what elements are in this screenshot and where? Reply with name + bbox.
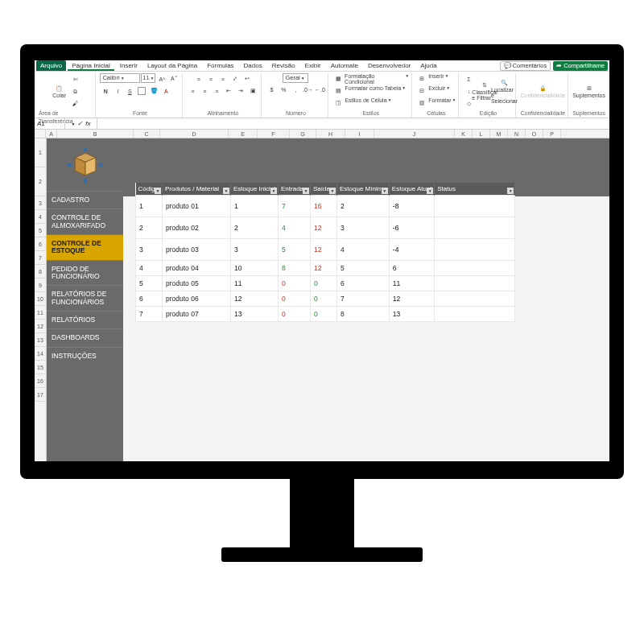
cell[interactable]: 12 (231, 291, 279, 307)
number-format-select[interactable]: Geral▼ (283, 73, 308, 83)
align-top-button[interactable]: ≡ (193, 73, 204, 85)
cell[interactable]: 7 (337, 291, 390, 307)
underline-button[interactable]: S (124, 85, 135, 97)
italic-button[interactable]: I (112, 85, 123, 97)
confidentiality-button[interactable]: 🔒Confidencialidade (534, 82, 551, 101)
cell[interactable]: -6 (389, 217, 434, 239)
table-row[interactable]: 2produto 0224123-6Necessidade de Reposiç… (136, 217, 515, 239)
cell[interactable]: 5 (136, 276, 163, 291)
font-color-button[interactable]: A (160, 85, 171, 97)
cell[interactable]: 2 (231, 217, 279, 239)
nav-item-1[interactable]: CONTROLE DE ALMOXARIFADO (47, 208, 123, 234)
filter-icon[interactable]: ▼ (223, 188, 229, 194)
row-4[interactable]: 4 (35, 210, 46, 224)
tab-review[interactable]: Revisão (268, 60, 299, 71)
status-cell[interactable]: Necessidade de Reposição (435, 239, 515, 261)
col-header-4[interactable]: Saídas▼ (311, 183, 337, 196)
row-7[interactable]: 7 (35, 251, 46, 265)
cell[interactable]: 4 (337, 239, 390, 261)
filter-icon[interactable]: ▼ (155, 188, 161, 194)
cell[interactable]: 12 (311, 261, 337, 276)
filter-icon[interactable]: ▼ (270, 188, 277, 194)
paste-button[interactable]: 📋Colar (51, 82, 68, 101)
cell[interactable]: produto 05 (163, 276, 231, 291)
col-F[interactable]: F (258, 130, 290, 138)
col-L[interactable]: L (473, 130, 490, 138)
tab-formulas[interactable]: Fórmulas (203, 60, 237, 71)
tab-layout[interactable]: Layout da Página (143, 60, 201, 71)
find-select-button[interactable]: 🔍Localizar e Selecionar (495, 82, 513, 101)
increase-font-button[interactable]: A^ (156, 73, 167, 85)
cell[interactable]: 8 (337, 307, 390, 322)
row-2[interactable]: 2 (35, 167, 46, 196)
table-row[interactable]: 3produto 0335124-4Necessidade de Reposiç… (136, 239, 515, 261)
delete-cells-button[interactable]: ⊟Excluir▼ (416, 85, 450, 97)
col-I[interactable]: I (345, 130, 374, 138)
cell[interactable]: 0 (279, 291, 311, 307)
cell[interactable]: produto 07 (163, 307, 231, 322)
table-row[interactable]: 6produto 061200712Estoque confortável (136, 291, 515, 307)
tab-help[interactable]: Ajuda (416, 60, 440, 71)
bold-button[interactable]: N (100, 85, 111, 97)
nav-item-7[interactable]: INSTRUÇÕES (47, 347, 123, 365)
col-G[interactable]: G (290, 130, 316, 138)
cell[interactable]: -4 (389, 239, 434, 261)
col-header-3[interactable]: Entradas▼ (279, 183, 311, 196)
col-O[interactable]: O (526, 130, 543, 138)
col-A[interactable]: A (46, 130, 57, 138)
col-E[interactable]: E (229, 130, 258, 138)
currency-button[interactable]: $ (266, 84, 277, 95)
cell[interactable]: produto 04 (163, 261, 231, 276)
tab-developer[interactable]: Desenvolvedor (364, 60, 415, 71)
cell[interactable]: 5 (337, 261, 390, 276)
fill-color-button[interactable]: 🪣 (148, 85, 159, 97)
merge-button[interactable]: ▣ (247, 85, 258, 97)
cell[interactable]: 0 (311, 276, 337, 291)
cell[interactable]: 7 (279, 196, 311, 217)
status-cell[interactable]: Estoque confortável (435, 307, 515, 322)
table-row[interactable]: 4produto 041081256Estoque confortável (136, 261, 515, 276)
row-8[interactable]: 8 (35, 265, 46, 279)
cut-button[interactable]: ✄ (70, 74, 81, 85)
status-cell[interactable]: Necessidade de Reposição (435, 196, 515, 217)
nav-item-5[interactable]: RELATÓRIOS (47, 311, 123, 328)
row-3[interactable]: 3 (35, 196, 46, 210)
col-P[interactable]: P (543, 130, 561, 138)
nav-item-4[interactable]: RELATÓRIOS DE FUNCIONÁRIOS (47, 285, 123, 311)
wrap-text-button[interactable]: ↩ (242, 73, 253, 85)
filter-icon[interactable]: ▼ (303, 188, 309, 194)
format-as-table-button[interactable]: ▤Formatar como Tabela▼ (332, 85, 406, 97)
cell[interactable]: produto 03 (163, 239, 231, 261)
cell[interactable]: 3 (337, 217, 390, 239)
cell[interactable]: 1 (136, 196, 163, 217)
col-B[interactable]: B (57, 130, 134, 138)
increase-indent-button[interactable]: ⇥ (235, 85, 246, 97)
table-row[interactable]: 7produto 071300813Estoque confortável (136, 307, 515, 322)
cell[interactable]: 11 (231, 276, 279, 291)
increase-decimal-button[interactable]: .0→ (302, 84, 313, 95)
tab-insert[interactable]: Inserir (116, 60, 142, 71)
cell[interactable]: -8 (389, 196, 434, 217)
col-header-6[interactable]: Estoque Atual▼ (389, 183, 434, 196)
cell[interactable]: 0 (279, 307, 311, 322)
col-J[interactable]: J (374, 130, 455, 138)
decrease-indent-button[interactable]: ⇤ (223, 85, 234, 97)
cell[interactable]: produto 02 (163, 217, 231, 239)
addins-button[interactable]: ⊞Suplementos (580, 82, 598, 101)
col-D[interactable]: D (160, 130, 229, 138)
status-cell[interactable]: Estoque confortável (435, 261, 515, 276)
cell[interactable]: produto 06 (163, 291, 231, 307)
tab-automate[interactable]: Automate (327, 60, 362, 71)
row-5[interactable]: 5 (35, 224, 46, 237)
align-right-button[interactable]: ≡ (211, 85, 222, 97)
col-M[interactable]: M (490, 130, 508, 138)
align-center-button[interactable]: ≡ (199, 85, 210, 97)
cell[interactable]: 12 (311, 239, 337, 261)
font-size-select[interactable]: 11▼ (141, 73, 155, 83)
format-painter-button[interactable]: 🖌 (70, 98, 81, 109)
row-14[interactable]: 14 (35, 347, 46, 361)
col-header-2[interactable]: Estoque Inicial▼ (231, 183, 279, 196)
filter-icon[interactable]: ▼ (382, 188, 388, 194)
tab-home[interactable]: Página Inicial (68, 60, 114, 71)
cell[interactable]: 8 (279, 261, 311, 276)
